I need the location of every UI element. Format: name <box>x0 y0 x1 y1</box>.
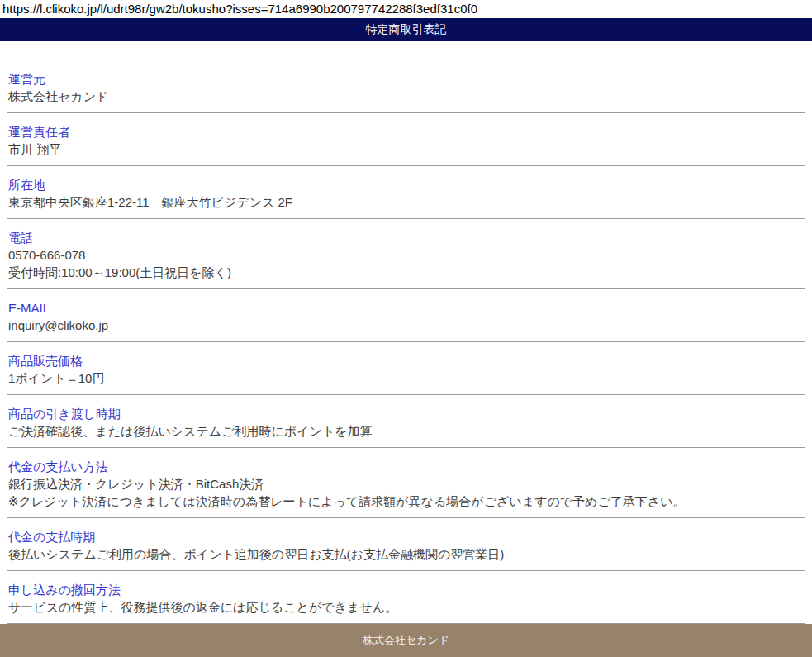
footer: 株式会社セカンド <box>0 624 812 657</box>
footer-company-name: 株式会社セカンド <box>363 633 449 648</box>
section-label: 申し込みの撤回方法 <box>8 581 804 598</box>
section-label: 商品の引き渡し時期 <box>8 405 804 422</box>
phone-hours: 受付時間:10:00～19:00(土日祝日を除く) <box>8 264 804 281</box>
section-value: 東京都中央区銀座1-22-11 銀座大竹ビジデンス 2F <box>8 193 804 211</box>
section-value: 市川 翔平 <box>8 140 804 158</box>
section-label: 電話 <box>8 229 804 246</box>
phone-number: 0570-666-078 <box>8 246 804 264</box>
section-email: E-MAIL inquiry@clikoko.jp <box>7 289 805 342</box>
section-value: 1ポイント＝10円 <box>8 369 804 387</box>
section-label: 代金の支払時期 <box>8 528 804 545</box>
section-value: サービスの性質上、役務提供後の返金には応じることができません。 <box>8 598 804 616</box>
section-payment-method: 代金の支払い方法 銀行振込決済・クレジット決済・BitCash決済 ※クレジット… <box>7 448 805 518</box>
section-label: 代金の支払い方法 <box>8 458 804 475</box>
tokusho-content: 運営元 株式会社セカンド 運営責任者 市川 翔平 所在地 東京都中央区銀座1-2… <box>0 41 812 624</box>
section-operator: 運営元 株式会社セカンド <box>7 60 805 113</box>
section-label: 運営元 <box>8 70 804 88</box>
title-bar: 特定商取引表記 <box>0 18 812 41</box>
section-withdrawal: 申し込みの撤回方法 サービスの性質上、役務提供後の返金には応じることができません… <box>7 571 805 624</box>
section-label: 運営責任者 <box>8 123 804 140</box>
section-address: 所在地 東京都中央区銀座1-22-11 銀座大竹ビジデンス 2F <box>7 166 805 219</box>
email-address: inquiry@clikoko.jp <box>8 317 804 334</box>
section-value: 後払いシステムご利用の場合、ポイント追加後の翌日お支払(お支払金融機関の翌営業日… <box>8 545 804 563</box>
section-label: E-MAIL <box>8 299 804 317</box>
section-price: 商品販売価格 1ポイント＝10円 <box>7 342 805 395</box>
payment-methods: 銀行振込決済・クレジット決済・BitCash決済 <box>8 475 804 493</box>
section-delivery-time: 商品の引き渡し時期 ご決済確認後、または後払いシステムご利用時にポイントを加算 <box>7 395 805 448</box>
page-title: 特定商取引表記 <box>366 22 447 37</box>
payment-note: ※クレジット決済につきましては決済時の為替レートによって請求額が異なる場合がござ… <box>8 493 804 510</box>
section-value: 株式会社セカンド <box>8 88 804 105</box>
section-value: ご決済確認後、または後払いシステムご利用時にポイントを加算 <box>8 422 804 440</box>
section-label: 商品販売価格 <box>8 352 804 369</box>
section-label: 所在地 <box>8 176 804 193</box>
section-manager: 運営責任者 市川 翔平 <box>7 113 805 166</box>
section-phone: 電話 0570-666-078 受付時間:10:00～19:00(土日祝日を除く… <box>7 219 805 289</box>
section-payment-time: 代金の支払時期 後払いシステムご利用の場合、ポイント追加後の翌日お支払(お支払金… <box>7 518 805 571</box>
page-url-text: https://l.clikoko.jp/l/udrt98r/gw2b/toku… <box>0 0 812 18</box>
